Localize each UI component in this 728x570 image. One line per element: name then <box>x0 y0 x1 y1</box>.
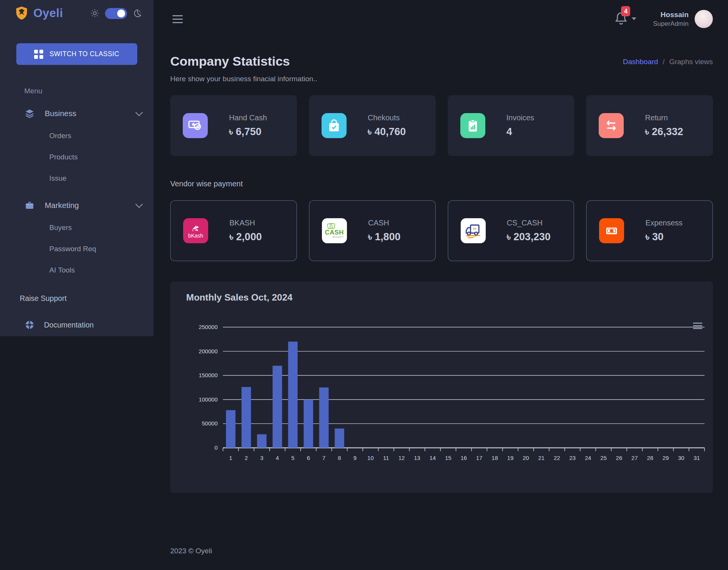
sidebar-item-password-req[interactable]: Password Req <box>49 245 154 253</box>
x-tick-label: 11 <box>383 455 389 461</box>
moon-stars-icon <box>132 8 142 18</box>
x-tick-label: 1 <box>229 455 232 461</box>
dashboard-page: Oyeli SWITCH TO CLASSIC Menu <box>0 0 728 570</box>
breadcrumb-dashboard-link[interactable]: Dashboard <box>623 58 658 66</box>
cash-logo-text: CASH <box>325 229 344 236</box>
stat-label: Return <box>645 113 683 122</box>
chart-bar[interactable] <box>319 387 329 448</box>
x-tick-label: 27 <box>631 455 638 461</box>
page-header: Company Statistics Here show your busine… <box>170 54 713 83</box>
x-tick-label: 4 <box>276 455 279 461</box>
chart-bar[interactable] <box>242 387 251 448</box>
x-tick-label: 12 <box>399 455 405 461</box>
monthly-sales-chart: 0500001000001500002000002500001234567891… <box>179 319 710 469</box>
sidebar-item-raise-support[interactable]: Raise Support <box>20 294 154 303</box>
x-tick-label: 3 <box>260 455 263 461</box>
chart-bar[interactable] <box>273 366 282 448</box>
sidebar-item-orders[interactable]: Orders <box>49 132 154 140</box>
y-tick-label: 50000 <box>202 420 218 427</box>
stat-value: ৳ 26,332 <box>645 126 683 138</box>
x-tick-label: 8 <box>338 455 341 461</box>
x-tick-label: 18 <box>492 455 498 461</box>
user-avatar[interactable] <box>695 10 713 28</box>
user-menu[interactable]: Hossain SuperAdmin <box>653 11 689 28</box>
sun-icon <box>90 8 100 18</box>
x-tick-label: 9 <box>353 455 356 461</box>
chart-title: Monthly Sales Oct, 2024 <box>186 292 704 303</box>
page-title: Company Statistics <box>170 54 317 69</box>
stat-card-invoices: Invoices 4 <box>448 95 574 156</box>
x-tick-label: 5 <box>291 455 294 461</box>
notifications-button[interactable]: 4 <box>613 11 630 27</box>
banknote-icon <box>599 218 624 243</box>
sidebar-item-label: Business <box>45 109 76 118</box>
chart-bar[interactable] <box>288 342 298 448</box>
main-content: 4 Hossain SuperAdmin Company Statistics … <box>154 0 728 555</box>
y-tick-label: 250000 <box>199 324 218 330</box>
footer-text: 2023 © Oyeli <box>170 547 713 555</box>
sidebar-item-marketing[interactable]: Marketing <box>24 200 141 211</box>
caret-down-icon <box>632 17 636 20</box>
switch-to-classic-button[interactable]: SWITCH TO CLASSIC <box>16 43 137 65</box>
x-tick-label: 25 <box>600 455 607 461</box>
sidebar-item-ai-tools[interactable]: AI Tools <box>49 266 154 274</box>
chevron-down-icon <box>135 200 143 208</box>
lifebuoy-icon <box>24 320 35 330</box>
vendors-row: bKash BKASH ৳ 2,000 CASH MONEY CA <box>170 200 713 261</box>
transfer-arrows-icon <box>599 113 624 138</box>
oyeli-logo[interactable]: Oyeli <box>15 6 63 20</box>
sidebar-item-issue[interactable]: Issue <box>49 174 154 183</box>
vendor-label: CS_CASH <box>507 219 551 227</box>
y-tick-label: 200000 <box>199 348 218 354</box>
layers-icon <box>24 108 35 119</box>
chart-bar[interactable] <box>257 434 267 448</box>
chart-bar[interactable] <box>226 410 235 448</box>
vendor-label: BKASH <box>229 219 262 227</box>
vendor-value: ৳ 1,800 <box>368 231 400 243</box>
vendor-label: Expensess <box>645 219 682 227</box>
vendor-card-expensess: Expensess ৳ 30 <box>586 200 713 261</box>
chart-bar[interactable] <box>304 400 313 448</box>
sidebar-item-documentation[interactable]: Documentation <box>24 320 154 330</box>
stat-value: ৳ 6,750 <box>229 126 267 138</box>
sidebar-item-products[interactable]: Products <box>49 153 154 161</box>
sidebar-item-business[interactable]: Business <box>24 108 141 119</box>
monthly-sales-card: Monthly Sales Oct, 2024 0500001000001500… <box>170 282 713 493</box>
stat-label: Chekouts <box>368 113 406 122</box>
x-tick-label: 17 <box>476 455 483 461</box>
menu-toggle-icon[interactable] <box>173 15 183 23</box>
x-tick-label: 24 <box>585 455 591 461</box>
x-tick-label: 7 <box>322 455 325 461</box>
stat-card-hand-cash: $ Hand Cash ৳ 6,750 <box>170 95 297 156</box>
breadcrumb-separator: / <box>663 58 665 66</box>
x-tick-label: 2 <box>245 455 248 461</box>
vendor-value: ৳ 203,230 <box>507 231 551 243</box>
x-tick-label: 30 <box>678 455 684 461</box>
sidebar-item-buyers[interactable]: Buyers <box>49 224 154 232</box>
x-tick-label: 15 <box>445 455 452 461</box>
stat-value: 4 <box>507 126 534 138</box>
chart-bar[interactable] <box>335 428 344 448</box>
x-tick-label: 21 <box>538 455 544 461</box>
page-subtitle: Here show your business finacial informa… <box>170 75 317 83</box>
menu-section-label: Menu <box>24 87 154 95</box>
vendor-card-cs-cash: ৳৳ CS_CASH ৳ 203,230 <box>448 200 574 261</box>
vendor-value: ৳ 2,000 <box>229 231 262 243</box>
x-tick-label: 23 <box>569 455 576 461</box>
chart-menu-icon[interactable] <box>693 323 702 329</box>
bkash-logo-text: bKash <box>188 233 203 239</box>
theme-toggle[interactable] <box>105 8 127 19</box>
vendor-section-title: Vendor wise payment <box>170 180 713 188</box>
sidebar-item-label: Raise Support <box>20 294 67 303</box>
stat-card-return: Return ৳ 26,332 <box>586 95 713 156</box>
breadcrumb-current: Graphs views <box>669 58 713 66</box>
delivery-truck-logo: ৳৳ <box>461 218 486 243</box>
top-bar: 4 Hossain SuperAdmin <box>170 0 713 38</box>
vendor-value: ৳ 30 <box>645 231 682 243</box>
sidebar-item-label: Marketing <box>45 201 79 210</box>
cash-logo-subtext: MONEY <box>333 236 344 238</box>
sidebar: Oyeli SWITCH TO CLASSIC Menu <box>0 0 154 336</box>
x-tick-label: 29 <box>662 455 669 461</box>
switch-button-label: SWITCH TO CLASSIC <box>49 50 119 58</box>
x-tick-label: 13 <box>414 455 420 461</box>
